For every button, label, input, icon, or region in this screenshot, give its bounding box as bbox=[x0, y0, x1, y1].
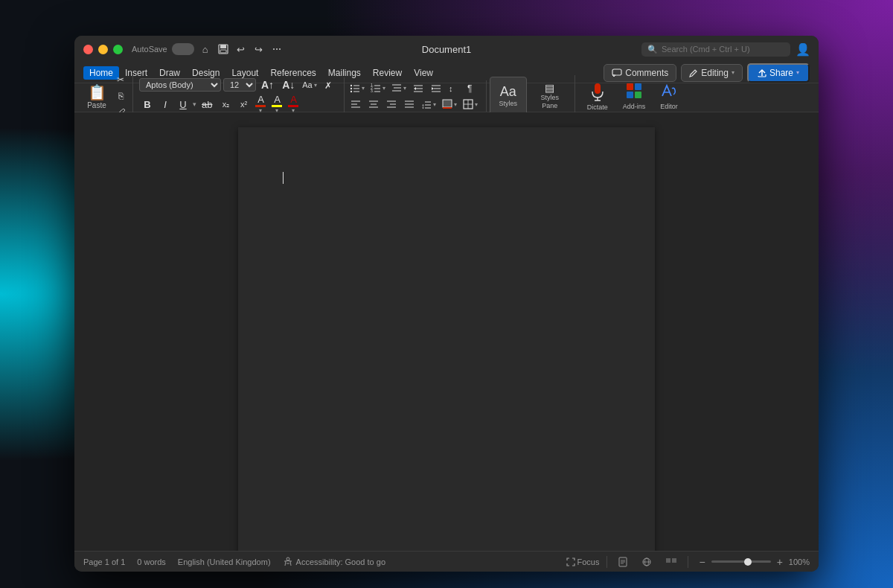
align-left-btn[interactable] bbox=[348, 97, 364, 112]
clear-format-btn[interactable]: ✗ bbox=[321, 77, 338, 92]
multilevel-list-button[interactable]: ▾ bbox=[389, 80, 409, 95]
styles-button[interactable]: Aa Styles bbox=[490, 77, 527, 115]
share-button[interactable]: Share ▾ bbox=[747, 63, 810, 83]
superscript-button[interactable]: x² bbox=[235, 96, 252, 112]
share-icon bbox=[758, 68, 766, 77]
content-area bbox=[74, 112, 819, 551]
numbered-list-button[interactable]: 1. 2. 3. ▾ bbox=[368, 80, 388, 95]
home-icon[interactable]: ⌂ bbox=[199, 42, 212, 56]
font-size-selector[interactable]: 12 bbox=[223, 78, 256, 92]
undo-icon[interactable]: ↩ bbox=[234, 42, 248, 56]
document-area[interactable] bbox=[74, 112, 819, 551]
autosave-label: AutoSave bbox=[132, 45, 167, 54]
line-spacing-btn[interactable]: ↕ ▾ bbox=[419, 97, 438, 112]
mic-icon bbox=[589, 82, 606, 103]
editor-label: Editor bbox=[660, 103, 678, 110]
print-view-btn[interactable] bbox=[615, 555, 631, 569]
read-view-icon bbox=[665, 557, 677, 567]
paste-label: Paste bbox=[87, 101, 106, 109]
font-selector[interactable]: Aptos (Body) bbox=[139, 78, 221, 92]
bullets-icon bbox=[350, 83, 360, 93]
justify-btn[interactable] bbox=[401, 97, 417, 112]
decrease-font-btn[interactable]: A↓ bbox=[279, 77, 298, 92]
zoom-controls: − + 100% bbox=[696, 555, 810, 569]
font-row2: B I U ▾ ab x₂ x² A ▾ bbox=[139, 94, 338, 115]
menu-view[interactable]: View bbox=[408, 66, 439, 80]
styles-pane-button[interactable]: ▤ StylesPane bbox=[531, 77, 569, 115]
editor-button[interactable]: Editor bbox=[654, 75, 684, 117]
minimize-button[interactable] bbox=[98, 45, 108, 54]
line-spacing-icon: ↕ bbox=[421, 99, 432, 109]
styles-preview: Aa bbox=[500, 85, 516, 98]
subscript-button[interactable]: x₂ bbox=[217, 96, 234, 112]
dictate-button[interactable]: Dictate bbox=[581, 75, 614, 117]
customize-icon[interactable] bbox=[270, 42, 284, 56]
svg-rect-49 bbox=[443, 100, 452, 107]
zoom-out-btn[interactable]: − bbox=[696, 555, 708, 569]
word-count: 0 words bbox=[137, 557, 166, 566]
svg-marker-26 bbox=[414, 87, 416, 90]
align-center-btn[interactable] bbox=[365, 97, 382, 112]
zoom-slider-thumb[interactable] bbox=[744, 558, 752, 566]
cut-button[interactable]: ✂ bbox=[113, 72, 128, 87]
language-indicator: English (United Kingdom) bbox=[178, 557, 271, 566]
accessibility-indicator[interactable]: Accessibility: Good to go bbox=[283, 557, 385, 567]
web-view-btn[interactable] bbox=[638, 555, 655, 569]
addins-button[interactable]: Add-ins bbox=[617, 75, 652, 117]
svg-point-4 bbox=[279, 48, 281, 50]
sort-icon: ↕ bbox=[449, 83, 459, 93]
zoom-in-btn[interactable]: + bbox=[774, 555, 786, 569]
numbered-icon: 1. 2. 3. bbox=[371, 83, 381, 93]
paste-button[interactable]: 📋 Paste bbox=[80, 76, 113, 116]
align-right-icon bbox=[386, 100, 397, 109]
increase-font-btn[interactable]: A↑ bbox=[258, 77, 277, 92]
addins-icon bbox=[626, 83, 642, 102]
redo-icon[interactable]: ↪ bbox=[252, 42, 266, 56]
read-view-btn[interactable] bbox=[662, 555, 680, 569]
font-color2-button[interactable]: A ▾ bbox=[286, 94, 301, 115]
zoom-slider-track[interactable] bbox=[711, 560, 771, 563]
strikethrough-button[interactable]: ab bbox=[198, 96, 216, 112]
editing-button[interactable]: Editing ▾ bbox=[681, 64, 743, 82]
indent-decrease-btn[interactable] bbox=[410, 80, 426, 95]
svg-rect-57 bbox=[627, 83, 633, 90]
indent-increase-btn[interactable] bbox=[428, 80, 444, 95]
formatting-marks-btn[interactable]: ¶ bbox=[464, 80, 480, 95]
styles-label: Styles bbox=[499, 100, 517, 107]
svg-point-8 bbox=[351, 85, 352, 86]
bullets-button[interactable]: ▾ bbox=[348, 80, 367, 95]
italic-button[interactable]: I bbox=[157, 96, 173, 112]
editing-icon bbox=[689, 68, 698, 77]
formatting-marks-icon: ¶ bbox=[467, 83, 477, 93]
font-color-button[interactable]: A ▾ bbox=[253, 94, 268, 115]
multilevel-icon bbox=[391, 83, 402, 93]
sort-btn[interactable]: ↕ bbox=[446, 80, 462, 95]
save-icon[interactable] bbox=[217, 42, 230, 56]
menu-review[interactable]: Review bbox=[367, 66, 408, 80]
svg-point-5 bbox=[273, 48, 275, 50]
document-page[interactable] bbox=[238, 127, 655, 551]
underline-button[interactable]: U bbox=[175, 96, 191, 112]
change-case-label: Aa bbox=[302, 80, 312, 89]
highlight-color-button[interactable]: A ▾ bbox=[269, 94, 284, 115]
search-box[interactable]: 🔍 bbox=[641, 42, 790, 57]
close-button[interactable] bbox=[83, 45, 93, 54]
autosave-toggle[interactable] bbox=[172, 43, 194, 55]
font-row1: Aptos (Body) 12 A↑ A↓ Aa ▾ ✗ bbox=[139, 77, 338, 92]
maximize-button[interactable] bbox=[113, 45, 123, 54]
focus-button[interactable]: Focus bbox=[566, 557, 600, 566]
focus-label: Focus bbox=[577, 557, 600, 566]
svg-rect-50 bbox=[443, 107, 452, 109]
underline-chevron[interactable]: ▾ bbox=[193, 100, 196, 108]
change-case-btn[interactable]: Aa ▾ bbox=[300, 77, 319, 92]
profile-icon[interactable]: 👤 bbox=[796, 42, 810, 56]
title-bar-right: 🔍 👤 bbox=[641, 42, 810, 57]
shading-btn[interactable]: ▾ bbox=[440, 97, 459, 112]
align-right-btn[interactable] bbox=[383, 97, 400, 112]
font-color2-letter: A bbox=[290, 95, 297, 104]
editing-chevron: ▾ bbox=[732, 69, 734, 76]
bold-button[interactable]: B bbox=[139, 96, 156, 112]
copy-button[interactable]: ⎘ bbox=[113, 89, 128, 103]
borders-btn[interactable]: ▾ bbox=[461, 97, 480, 112]
search-input[interactable] bbox=[662, 45, 781, 54]
